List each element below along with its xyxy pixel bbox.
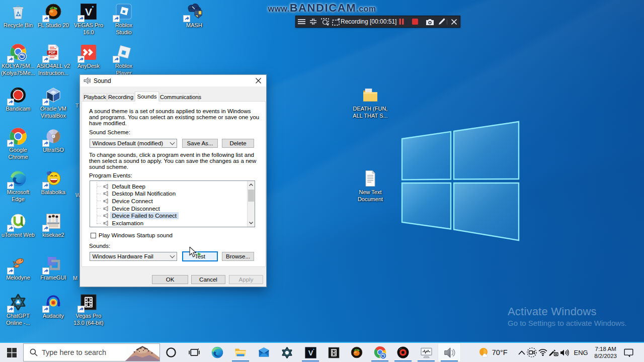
desktop-icon-new-text[interactable]: New TextDocument xyxy=(351,169,389,203)
desktop-icon-asio4all-v2[interactable]: PDF ASIO4ALL v2Instruction... xyxy=(34,43,72,76)
taskbar-icon-taskview[interactable] xyxy=(183,343,206,362)
taskbar-icon-mail[interactable] xyxy=(252,343,275,362)
roblox-player-icon xyxy=(115,43,133,61)
shortcut-arrow-icon xyxy=(7,56,14,63)
sound-dialog-close-button[interactable] xyxy=(250,75,266,86)
desktop-icon-recycle-bin[interactable]: Recycle Bin xyxy=(0,3,37,29)
weather-icon[interactable] xyxy=(478,343,490,362)
tray-chevron-up-icon[interactable] xyxy=(518,343,526,362)
taskbar-icon-vegas13[interactable] xyxy=(322,343,345,362)
taskbar-icon-wave-monitor[interactable] xyxy=(415,343,438,362)
event-label: Default Beep xyxy=(110,183,148,190)
taskbar-icon-edge[interactable] xyxy=(206,343,229,362)
desktop-icon-anydesk[interactable]: AnyDesk xyxy=(69,43,108,70)
event-label: Device Disconnect xyxy=(110,205,162,212)
program-event-row[interactable]: Exclamation xyxy=(90,220,255,227)
action-center-icon[interactable] xyxy=(621,343,639,362)
desktop-icon-ultraiso[interactable]: UltraISO xyxy=(34,127,72,154)
desktop-icon-balabolka[interactable]: Balabolka xyxy=(34,169,72,196)
play-startup-sound-checkbox[interactable] xyxy=(91,233,96,238)
volume-icon[interactable] xyxy=(559,343,570,362)
desktop-icon-kolya75m[interactable]: KOLYA75M...(Kolya75Me... xyxy=(0,43,37,76)
recorder-zoom-select-button[interactable] xyxy=(319,16,331,27)
desktop-icon-mash[interactable]: MASH xyxy=(175,3,213,29)
search-highlight-image[interactable] xyxy=(125,344,159,361)
cancel-button[interactable]: Cancel xyxy=(191,275,225,284)
wifi-icon[interactable] xyxy=(538,343,548,362)
scroll-down-button[interactable] xyxy=(248,219,255,227)
sound-dialog-icon xyxy=(84,77,91,84)
program-event-row[interactable]: Device Connect xyxy=(90,197,255,205)
desktop-icon-audacity[interactable]: Audacity xyxy=(34,293,72,320)
tab-recording[interactable]: Recording xyxy=(107,93,134,102)
desktop-icon-label: Vegas Pro13.0 (64-bit) xyxy=(69,313,108,326)
language-indicator[interactable]: ENG xyxy=(570,349,590,356)
taskbar: Type here to search xyxy=(0,342,644,362)
sounds-dropdown[interactable]: Windows Hardware Fail xyxy=(90,252,177,261)
desktop-icon-bandicam[interactable]: Bandicam xyxy=(0,86,37,113)
shortcut-arrow-icon xyxy=(42,182,49,189)
desktop-icon-roblox[interactable]: RobloxPlayer xyxy=(105,43,143,76)
browse-button[interactable]: Browse... xyxy=(222,252,254,261)
events-scrollbar[interactable] xyxy=(247,181,255,227)
desktop-icon-framegui[interactable]: FrameGUI xyxy=(34,255,72,282)
tab-communications[interactable]: Communications xyxy=(159,93,199,102)
taskbar-search-input[interactable]: Type here to search xyxy=(23,343,160,361)
desktop-icon-vegas-pro[interactable]: Vegas Pro13.0 (64-bit) xyxy=(69,293,108,326)
desktop-icon-vegas-pro[interactable]: V VEGAS Pro16.0 xyxy=(69,3,108,36)
weather-temperature[interactable]: 70°F xyxy=(492,348,508,356)
desktop-icon-utorrent-web[interactable]: uTorrent Web xyxy=(0,212,37,239)
save-as-button[interactable]: Save As... xyxy=(182,139,218,148)
desktop-icon-chatgpt[interactable]: ChatGPTOnline -... xyxy=(0,293,37,326)
taskbar-icon-speaker[interactable] xyxy=(438,343,461,362)
desktop-icon-google[interactable]: GoogleChrome xyxy=(0,127,37,160)
ok-button[interactable]: OK xyxy=(152,275,188,284)
audacity-icon xyxy=(44,293,62,311)
desktop-icon-kisekae2[interactable]: kisekae2 xyxy=(34,212,72,239)
tab-sounds[interactable]: Sounds xyxy=(135,92,159,102)
meet-now-icon[interactable] xyxy=(526,343,538,362)
event-label: Exclamation xyxy=(110,220,146,227)
taskbar-icon-chrome-badged[interactable] xyxy=(368,343,391,362)
taskbar-icon-cortana[interactable] xyxy=(159,343,183,362)
recorder-stop-button[interactable] xyxy=(409,16,421,27)
pen-input-icon[interactable] xyxy=(548,343,559,362)
recorder-pause-button[interactable] xyxy=(395,16,408,27)
delete-button[interactable]: Delete xyxy=(222,139,254,148)
program-event-row[interactable]: Default Beep xyxy=(90,183,255,190)
program-event-row[interactable]: Desktop Mail Notification xyxy=(90,190,255,198)
taskbar-icon-fl-studio[interactable] xyxy=(345,343,368,362)
scrollbar-thumb[interactable] xyxy=(248,190,254,202)
desktop-icon-microsoft[interactable]: MicrosoftEdge xyxy=(0,169,37,203)
scroll-up-button[interactable] xyxy=(248,181,255,189)
tab-playback[interactable]: Playback xyxy=(83,93,107,102)
desktop-icon-death-fun[interactable]: DEATH (FUN,ALL THAT S... xyxy=(351,86,389,119)
program-events-list[interactable]: Default Beep Desktop Mail Notification D… xyxy=(90,180,255,227)
recorder-screenshot-button[interactable] xyxy=(424,16,436,27)
desktop-icon-label: Recycle Bin xyxy=(0,22,37,29)
recorder-close-button[interactable] xyxy=(448,16,460,27)
taskbar-icon-chatgpt[interactable] xyxy=(275,343,298,362)
program-event-row[interactable]: Device Disconnect xyxy=(90,205,255,212)
start-button[interactable] xyxy=(0,343,23,362)
desktop-icon-roblox[interactable]: RobloxStudio xyxy=(105,3,143,36)
shortcut-arrow-icon xyxy=(183,15,190,22)
apply-button[interactable]: Apply xyxy=(229,275,263,284)
sound-dialog-titlebar[interactable]: Sound xyxy=(80,75,266,86)
taskbar-icon-vegas16[interactable]: V xyxy=(299,343,322,362)
clock[interactable]: 7:18 AM 8/2/2023 xyxy=(590,345,621,359)
desktop-icon-fl-studio-20[interactable]: FL Studio 20 xyxy=(34,3,72,29)
recorder-menu-button[interactable] xyxy=(295,16,307,27)
sound-dialog: Sound PlaybackRecordingSoundsCommunicati… xyxy=(79,74,267,287)
desktop-icon-label: Oracle VMVirtualBox xyxy=(34,106,72,119)
taskbar-icon-bandicam-rec[interactable] xyxy=(391,343,415,362)
search-placeholder: Type here to search xyxy=(42,348,125,356)
desktop-icon-melodyne[interactable]: Melodyne xyxy=(0,255,37,282)
desktop-icon-oracle-vm[interactable]: Oracle VMVirtualBox xyxy=(34,86,72,119)
taskbar-icon-explorer[interactable] xyxy=(229,343,252,362)
folder-icon xyxy=(361,86,379,104)
sound-scheme-dropdown[interactable]: Windows Default (modified) xyxy=(90,139,177,148)
mash-icon xyxy=(185,3,203,21)
recorder-fit-button[interactable] xyxy=(307,16,319,27)
program-event-row[interactable]: Device Failed to Connect xyxy=(90,212,255,220)
